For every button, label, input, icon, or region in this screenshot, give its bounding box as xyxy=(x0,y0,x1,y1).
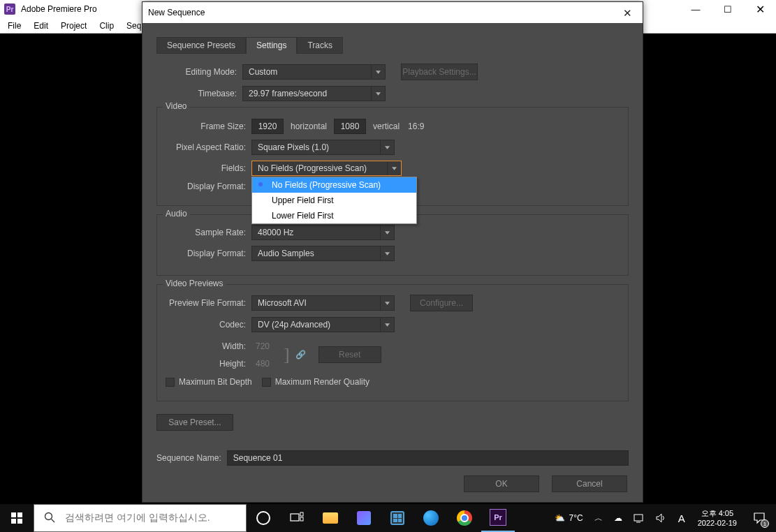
preview-file-format-combo[interactable]: Microsoft AVI xyxy=(251,295,395,311)
video-group-title: Video xyxy=(163,101,189,111)
preview-width-value: 720 xyxy=(251,339,279,354)
timebase-combo[interactable]: 29.97 frames/second xyxy=(242,86,386,101)
vertical-label: vertical xyxy=(373,121,400,131)
max-render-quality-checkbox[interactable] xyxy=(262,378,271,387)
app-title: Adobe Premiere Pro xyxy=(21,4,97,14)
audio-display-format-label: Display Format: xyxy=(166,249,246,258)
app-icon xyxy=(357,511,371,525)
fields-option-lower[interactable]: Lower Field First xyxy=(252,208,416,223)
sequence-name-label: Sequence Name: xyxy=(156,453,221,463)
fields-combo[interactable]: No Fields (Progressive Scan) xyxy=(251,161,402,176)
save-preset-button[interactable]: Save Preset... xyxy=(156,414,233,431)
video-group: Video Frame Size: 1920 horizontal 1080 v… xyxy=(156,107,629,206)
aspect-ratio-label: 16:9 xyxy=(408,121,424,131)
svg-rect-7 xyxy=(300,512,303,516)
link-icon[interactable]: 🔗 xyxy=(295,350,306,360)
file-explorer-button[interactable] xyxy=(314,504,347,532)
menu-edit[interactable]: Edit xyxy=(27,20,54,32)
app-button-1[interactable] xyxy=(347,504,381,532)
configure-button: Configure... xyxy=(410,295,473,311)
tray-network[interactable] xyxy=(629,504,649,532)
window-controls: — ☐ ✕ xyxy=(680,0,776,18)
chrome-button[interactable] xyxy=(448,504,481,532)
preview-file-format-label: Preview File Format: xyxy=(166,298,246,308)
pixel-aspect-combo[interactable]: Square Pixels (1.0) xyxy=(251,140,395,155)
codec-label: Codec: xyxy=(166,320,246,330)
menu-project[interactable]: Project xyxy=(54,20,93,32)
taskbar-search[interactable]: 검색하려면 여기에 입력하십시오. xyxy=(34,504,247,532)
menu-file[interactable]: File xyxy=(1,20,27,32)
editing-mode-combo[interactable]: Custom xyxy=(242,64,386,80)
ok-button[interactable]: OK xyxy=(464,475,539,492)
max-bit-depth-checkbox[interactable] xyxy=(166,378,175,387)
premiere-logo-icon: Pr xyxy=(4,3,15,15)
sequence-name-input[interactable]: Sequence 01 xyxy=(227,450,629,466)
tray-onedrive[interactable]: ☁ xyxy=(610,504,627,532)
timebase-label: Timebase: xyxy=(156,89,237,98)
taskbar-pinned-apps: Pr xyxy=(247,504,515,532)
chevron-down-icon xyxy=(380,296,394,310)
edge-icon xyxy=(423,510,439,526)
tray-overflow-button[interactable]: ︿ xyxy=(590,504,607,532)
dialog-title-bar[interactable]: New Sequence ✕ xyxy=(142,2,643,23)
chevron-down-icon xyxy=(387,161,401,175)
action-center-button[interactable]: 1 xyxy=(745,504,773,532)
calculator-icon xyxy=(390,511,404,525)
fields-option-no-fields[interactable]: No Fields (Progressive Scan) xyxy=(252,177,416,193)
start-button[interactable] xyxy=(0,504,34,532)
tab-tracks[interactable]: Tracks xyxy=(297,37,343,54)
chevron-down-icon xyxy=(380,226,394,239)
search-icon xyxy=(44,512,55,525)
chrome-icon xyxy=(457,510,472,526)
svg-rect-9 xyxy=(634,515,643,521)
weather-widget[interactable]: ⛅ 7°C xyxy=(550,504,587,532)
frame-width-input[interactable]: 1920 xyxy=(251,119,284,134)
premiere-taskbar-button[interactable]: Pr xyxy=(481,504,515,532)
ime-indicator[interactable]: A xyxy=(674,504,689,532)
height-label: Height: xyxy=(166,359,246,369)
svg-rect-6 xyxy=(291,514,299,521)
volume-icon xyxy=(656,513,667,523)
svg-rect-1 xyxy=(17,512,22,517)
chevron-down-icon xyxy=(380,318,394,332)
svg-rect-3 xyxy=(17,519,22,524)
task-view-button[interactable] xyxy=(280,504,314,532)
calculator-button[interactable] xyxy=(381,504,414,532)
minimize-button[interactable]: — xyxy=(680,0,712,18)
chevron-down-icon xyxy=(371,65,385,79)
task-view-icon xyxy=(290,512,304,524)
chevron-down-icon xyxy=(371,87,385,101)
maximize-button[interactable]: ☐ xyxy=(712,0,744,18)
cancel-button[interactable]: Cancel xyxy=(552,475,627,492)
dialog-close-button[interactable]: ✕ xyxy=(615,5,640,22)
fields-option-upper[interactable]: Upper Field First xyxy=(252,193,416,208)
cloud-icon: ☁ xyxy=(614,513,622,523)
pixel-aspect-label: Pixel Aspect Ratio: xyxy=(166,142,246,152)
dialog-tabs: Sequence Presets Settings Tracks xyxy=(156,37,629,54)
audio-display-format-combo[interactable]: Audio Samples xyxy=(251,246,395,261)
sample-rate-combo[interactable]: 48000 Hz xyxy=(251,225,395,240)
tab-settings[interactable]: Settings xyxy=(246,37,297,54)
playback-settings-button: Playback Settings... xyxy=(401,64,478,80)
frame-height-input[interactable]: 1080 xyxy=(334,119,366,134)
weather-icon: ⛅ xyxy=(555,513,565,523)
video-previews-group-title: Video Previews xyxy=(163,279,226,288)
video-previews-group: Video Previews Preview File Format: Micr… xyxy=(156,284,629,401)
codec-combo[interactable]: DV (24p Advanced) xyxy=(251,317,395,332)
tab-sequence-presets[interactable]: Sequence Presets xyxy=(156,37,246,54)
folder-icon xyxy=(323,512,338,524)
menu-clip[interactable]: Clip xyxy=(93,20,120,32)
tray-volume[interactable] xyxy=(652,504,671,532)
close-button[interactable]: ✕ xyxy=(744,0,776,18)
cortana-button[interactable] xyxy=(247,504,280,532)
edge-button[interactable] xyxy=(414,504,448,532)
taskbar-clock[interactable]: 오후 4:05 2022-02-19 xyxy=(692,508,742,528)
new-sequence-dialog: New Sequence ✕ Sequence Presets Settings… xyxy=(142,1,643,503)
fields-label: Fields: xyxy=(166,163,246,173)
preview-height-value: 480 xyxy=(251,356,279,371)
svg-rect-2 xyxy=(11,519,16,524)
sample-rate-label: Sample Rate: xyxy=(166,228,246,237)
dialog-title: New Sequence xyxy=(148,8,205,17)
cortana-icon xyxy=(256,511,270,525)
frame-size-label: Frame Size: xyxy=(166,121,246,131)
